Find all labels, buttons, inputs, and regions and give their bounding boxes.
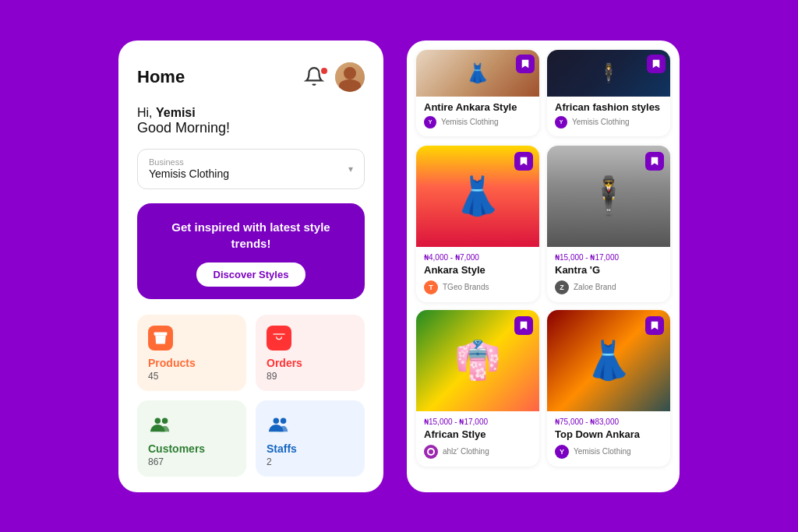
products-count: 45 [148,371,235,382]
antire-ankara-seller: Y Yemisis Clothing [424,116,531,129]
product-card-ankara-style[interactable]: 👗 ₦4,000 - ₦7,000 Ankara Style T TGeo Br… [416,146,539,302]
top-down-seller-name: Yemisis Clothing [574,447,631,456]
bookmark-top-down-icon[interactable] [645,316,664,335]
notif-badge [320,66,329,76]
bookmark-kantra-icon[interactable] [645,152,664,171]
stat-card-staffs[interactable]: Staffs 2 [256,400,365,477]
ankara-seller-name: TGeo Brands [443,283,489,291]
ankara-style-price: ₦4,000 - ₦7,000 [424,253,531,262]
kantra-seller-name: Zaloe Brand [574,283,616,291]
business-selector[interactable]: Business Yemisis Clothing ▾ [137,149,365,189]
product-card-african-fashion[interactable]: 🕴 African fashion styles Y Yemisis Cloth… [547,50,670,136]
kantra-g-name: Kantra 'G [555,264,662,276]
discover-styles-button[interactable]: Discover Styles [196,262,306,287]
antire-ankara-title: Antire Ankara Style [424,101,531,113]
product-card-antire-ankara[interactable]: 👗 Antire Ankara Style Y Yemisis Clothing [416,50,539,136]
african-stlye-seller: ahlz' Clothing [424,445,531,459]
chevron-down-icon: ▾ [348,164,353,174]
top-down-ankara-seller: Y Yemisis Clothing [555,445,662,459]
bookmark-ankara-style-icon[interactable] [514,152,533,171]
orders-count: 89 [267,371,354,382]
business-label: Business [149,157,353,167]
staffs-icon [267,411,291,436]
page-title: Home [137,67,185,87]
bookmark-african-fashion-icon[interactable] [647,55,666,73]
african-stlye-name: African Stlye [424,428,531,440]
user-name: Yemisi [156,106,196,119]
svg-point-7 [429,449,433,454]
promo-text: Get inspired with latest style trends! [151,219,351,252]
orders-icon [267,326,291,351]
product-card-african-stlye[interactable]: 👘 ₦15,000 - ₦17,000 African Stlye ahlz' … [416,310,539,467]
african-fashion-seller: Y Yemisis Clothing [555,116,662,129]
african-stlye-seller-name: ahlz' Clothing [443,447,489,456]
right-panel: 👗 Antire Ankara Style Y Yemisis Clothing… [407,41,680,492]
ankara-style-name: Ankara Style [424,264,531,276]
promo-banner: Get inspired with latest style trends! D… [137,203,365,299]
svg-point-2 [155,417,161,423]
products-icon [148,326,173,351]
stat-card-customers[interactable]: Customers 867 [137,400,246,477]
top-down-ankara-name: Top Down Ankara [555,428,662,440]
customers-icon [148,411,173,436]
header-icons [304,62,365,92]
left-panel: Home Hi, Yemisi Good Morning! Business Y… [118,41,383,492]
notification-icon[interactable] [304,66,329,88]
african-stlye-seller-avatar [424,445,438,459]
african-fashion-seller-name: Yemisis Clothing [572,118,630,126]
african-fashion-seller-avatar: Y [555,116,567,129]
svg-point-3 [162,417,168,423]
products-label: Products [148,357,235,369]
top-down-seller-avatar: Y [555,445,569,459]
orders-label: Orders [267,357,354,369]
kantra-g-price: ₦15,000 - ₦17,000 [555,253,662,262]
antire-seller-avatar: Y [424,116,436,129]
stat-card-orders[interactable]: Orders 89 [256,315,365,391]
business-value: Yemisis Clothing [149,167,229,180]
antire-seller-name: Yemisis Clothing [441,118,499,126]
products-grid: 👗 ₦4,000 - ₦7,000 Ankara Style T TGeo Br… [407,136,680,476]
svg-point-4 [274,417,279,423]
bookmark-african-stlye-icon[interactable] [514,316,533,335]
ankara-style-seller: T TGeo Brands [424,280,531,294]
kantra-g-seller: Z Zaloe Brand [555,280,662,294]
african-stlye-price: ₦15,000 - ₦17,000 [424,417,531,426]
stats-grid: Products 45 Orders 89 [137,315,365,477]
bookmark-antire-icon[interactable] [516,55,535,73]
staffs-label: Staffs [267,442,354,455]
top-down-ankara-price: ₦75,000 - ₦83,000 [555,417,662,426]
african-fashion-title: African fashion styles [555,101,662,113]
svg-rect-0 [154,332,168,335]
greeting: Hi, Yemisi Good Morning! [137,106,365,136]
ankara-seller-avatar: T [424,280,438,294]
customers-label: Customers [148,442,235,455]
greeting-line2: Good Morning! [137,120,365,136]
customers-count: 867 [148,456,235,467]
product-card-top-down-ankara[interactable]: 👗 ₦75,000 - ₦83,000 Top Down Ankara Y Ye… [547,310,670,467]
kantra-seller-avatar: Z [555,280,569,294]
stat-card-products[interactable]: Products 45 [137,315,246,391]
header-row: Home [137,62,365,92]
greeting-line1: Hi, Yemisi [137,106,365,120]
top-row: 👗 Antire Ankara Style Y Yemisis Clothing… [407,41,680,136]
staffs-count: 2 [267,456,354,467]
product-card-kantra-g[interactable]: 🕴 ₦15,000 - ₦17,000 Kantra 'G Z Zaloe Br… [547,146,670,302]
avatar[interactable] [335,62,365,92]
svg-point-5 [281,417,286,423]
